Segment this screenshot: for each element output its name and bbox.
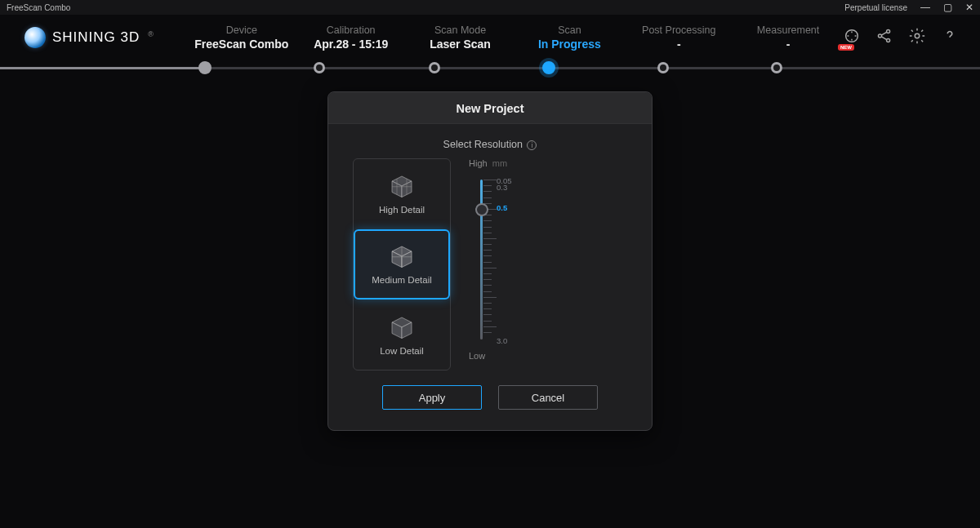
step-post-processing[interactable]: Post Processing - [624,24,733,51]
step-dot-measurement[interactable] [771,62,782,73]
registered-mark: ® [148,30,154,38]
step-scan-mode[interactable]: Scan Mode Laser Scan [406,24,515,51]
slider-mark: 3.0 [497,336,507,345]
step-dot-scan-mode[interactable] [429,62,440,73]
dialog-title: New Project [328,92,652,124]
license-text: Perpetual license [844,3,907,12]
step-device[interactable]: Device FreeScan Combo [187,24,296,51]
step-dot-calibration[interactable] [314,62,325,73]
step-dot-device[interactable] [198,61,212,74]
logo-text: SHINING 3D [52,29,140,46]
cube-icon [390,315,414,339]
share-icon[interactable] [875,27,893,48]
slider-ticks [483,180,497,338]
resolution-slider[interactable]: High mm 0.05 0.3 0.5 3.0 Low [466,158,627,370]
new-badge: NEW [838,44,854,51]
cancel-button[interactable]: Cancel [498,385,598,410]
svg-point-4 [915,33,920,38]
settings-icon[interactable] [908,27,926,48]
resolution-options: High Detail Medium Detail Low Detail [353,158,451,370]
apply-button[interactable]: Apply [382,385,482,410]
slider-mark: 0.3 [497,183,507,192]
logo-icon [24,27,46,48]
header-actions: NEW [843,27,959,48]
slider-low-label: Low [469,351,485,361]
info-icon[interactable]: i [527,140,537,150]
notifications-icon[interactable]: NEW [843,27,861,48]
step-dot-post-processing[interactable] [657,62,669,73]
slider-mark-selected: 0.5 [497,203,507,212]
step-tracker: Device FreeScan Combo Calibration Apr.28… [187,24,843,51]
resolution-option-high[interactable]: High Detail [354,159,450,229]
titlebar: FreeScan Combo Perpetual license — ▢ ✕ [0,0,980,15]
step-dot-scan[interactable] [542,61,555,74]
cube-icon [390,244,414,268]
step-scan[interactable]: Scan In Progress [514,24,624,51]
help-icon[interactable] [941,27,959,48]
header: SHINING 3D ® Device FreeScan Combo Calib… [0,15,980,60]
svg-point-2 [887,29,890,33]
step-measurement[interactable]: Measurement - [733,24,843,51]
logo: SHINING 3D ® [24,27,154,48]
progress-fill [0,67,204,69]
step-calibration[interactable]: Calibration Apr.28 - 15:19 [296,24,406,51]
minimize-button[interactable]: — [920,2,930,13]
resolution-section-title: Select Resolution i [328,139,652,150]
maximize-button[interactable]: ▢ [943,2,952,13]
app-name: FreeScan Combo [7,3,70,12]
cube-icon [390,174,414,198]
svg-point-1 [878,34,881,38]
svg-point-3 [887,38,890,42]
resolution-option-low[interactable]: Low Detail [354,299,450,370]
resolution-option-medium[interactable]: Medium Detail [354,229,450,299]
new-project-dialog: New Project Select Resolution i High Det… [327,91,653,431]
slider-unit: mm [492,158,507,168]
slider-high-label: High [469,158,488,168]
close-button[interactable]: ✕ [965,2,973,13]
slider-thumb[interactable] [475,203,488,216]
